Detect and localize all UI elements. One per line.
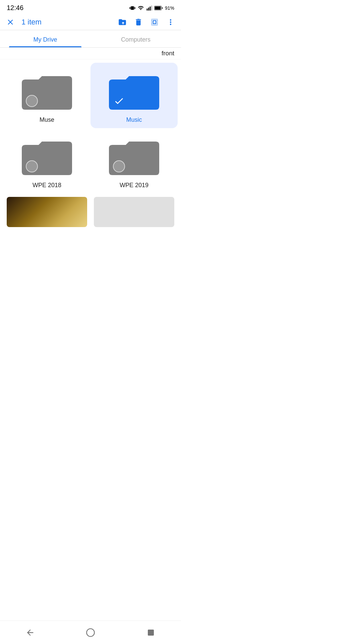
folder-wpe2019-name: WPE 2019 [120,182,148,189]
vibrate-icon [129,5,135,11]
battery-icon [154,5,163,11]
folder-grid: Muse Music WPE 2018 [0,59,181,197]
more-button[interactable] [166,18,175,26]
battery-percentage: 91% [165,5,174,11]
tab-my-drive[interactable]: My Drive [0,30,90,47]
tabs: My Drive Computers [0,30,181,48]
svg-rect-0 [146,8,147,10]
action-bar-actions [118,18,175,26]
folder-wpe2018-name: WPE 2018 [33,182,61,189]
partial-thumb-left[interactable] [7,197,87,227]
svg-rect-5 [155,6,161,9]
svg-rect-3 [151,5,152,10]
tab-computers[interactable]: Computers [90,30,181,47]
action-bar: 1 item [0,14,181,30]
partial-thumb-right[interactable] [94,197,174,227]
check-mark-music [112,94,126,108]
folder-wpe2018-icon [18,135,75,178]
folder-music[interactable]: Music [90,63,178,128]
select-circle-wpe2019 [113,160,125,172]
partial-bottom [0,197,181,227]
selection-count: 1 item [21,18,111,26]
folder-muse[interactable]: Muse [3,63,90,128]
wifi-icon [137,5,144,11]
delete-button[interactable] [134,18,143,26]
select-all-button[interactable] [150,18,159,26]
svg-rect-2 [149,6,150,10]
status-bar: 12:46 91% [0,0,181,14]
svg-rect-1 [148,7,149,10]
select-circle-wpe2018 [26,160,38,172]
folder-wpe2019-icon [106,135,163,178]
signal-icon [146,5,152,11]
folder-music-icon [106,69,163,113]
folder-wpe2018[interactable]: WPE 2018 [3,128,90,194]
partial-thumb-image [7,197,87,227]
partial-top-text: front [162,50,174,57]
partial-thumb-gray [94,197,174,227]
folder-muse-name: Muse [40,116,54,123]
close-button[interactable] [6,18,15,26]
folder-muse-icon [18,69,75,113]
partial-top-item: front [0,48,181,59]
status-time: 12:46 [7,4,23,12]
folder-music-name: Music [126,116,142,123]
status-icons: 91% [129,5,174,11]
move-button[interactable] [118,18,127,26]
folder-wpe2019[interactable]: WPE 2019 [90,128,178,194]
select-circle-muse [26,95,38,107]
